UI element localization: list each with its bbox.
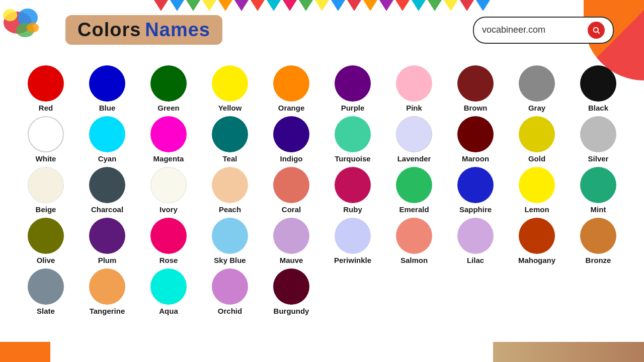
color-item: Beige: [15, 167, 76, 214]
color-circle: [519, 116, 555, 152]
color-circle: [335, 116, 371, 152]
color-circle: [212, 218, 248, 254]
color-item: Ruby: [322, 167, 383, 214]
color-item: Plum: [76, 218, 138, 264]
color-item: Emerald: [383, 167, 445, 214]
color-circle: [457, 116, 494, 152]
search-text: vocabineer.com: [482, 25, 583, 35]
color-name-label: Olive: [37, 256, 55, 264]
color-circle: [150, 116, 187, 152]
color-circle: [212, 65, 248, 102]
color-circle: [89, 218, 125, 254]
color-item: Teal: [199, 116, 261, 163]
color-name-label: Pink: [406, 104, 422, 112]
color-circle: [396, 167, 432, 203]
color-item: Red: [15, 65, 76, 112]
color-circle: [519, 167, 555, 203]
color-name-label: Slate: [37, 307, 55, 315]
color-circle: [28, 167, 64, 203]
color-item: Orange: [261, 65, 322, 112]
color-circle: [396, 218, 432, 254]
color-item: Peach: [199, 167, 261, 214]
color-circle: [519, 65, 555, 102]
color-item: Mauve: [261, 218, 322, 264]
color-name-label: Brown: [464, 104, 488, 112]
color-circle: [89, 65, 125, 102]
color-name-label: Lavender: [397, 154, 431, 163]
color-item: Silver: [568, 116, 629, 163]
color-name-label: Lilac: [467, 256, 484, 264]
color-item: White: [15, 116, 76, 163]
color-circle: [335, 167, 371, 203]
color-item: Gold: [506, 116, 568, 163]
corner-decoration-bottom-left: [0, 342, 50, 362]
color-item: Periwinkle: [322, 218, 383, 264]
color-item: Lemon: [506, 167, 568, 214]
color-item: Mahogany: [506, 218, 568, 264]
color-circle: [150, 167, 187, 203]
color-item: Sky Blue: [199, 218, 261, 264]
title-names: Names: [145, 19, 210, 41]
color-item: Black: [568, 65, 629, 112]
color-name-label: Plum: [98, 256, 117, 264]
search-bar[interactable]: vocabineer.com: [473, 17, 614, 44]
color-name-label: Teal: [223, 154, 237, 163]
color-circle: [273, 268, 309, 305]
color-circle: [28, 65, 64, 102]
color-item: Charcoal: [76, 167, 138, 214]
color-name-label: Mahogany: [518, 256, 555, 264]
color-name-label: Lemon: [524, 205, 549, 214]
color-name-label: Maroon: [462, 154, 489, 163]
header: Colors Names vocabineer.com: [0, 15, 644, 45]
color-name-label: Emerald: [399, 205, 429, 214]
color-circle: [150, 65, 187, 102]
color-circle: [212, 167, 248, 203]
color-name-label: Red: [39, 104, 53, 112]
color-circle: [28, 218, 64, 254]
color-name-label: Burgundy: [274, 307, 309, 315]
color-name-label: Bronze: [586, 256, 611, 264]
color-item: Burgundy: [261, 268, 322, 315]
color-circle: [580, 116, 616, 152]
color-name-label: Coral: [282, 205, 301, 214]
color-circle: [273, 116, 309, 152]
color-circle: [396, 65, 432, 102]
color-name-label: Silver: [588, 154, 609, 163]
color-name-label: Cyan: [98, 154, 117, 163]
color-circle: [28, 116, 64, 152]
color-item: Magenta: [138, 116, 199, 163]
bunting-decoration: [0, 0, 644, 14]
color-name-label: Indigo: [280, 154, 303, 163]
color-item: Lavender: [383, 116, 445, 163]
color-circle: [580, 218, 616, 254]
color-circle: [150, 218, 187, 254]
color-name-label: Blue: [99, 104, 116, 112]
color-name-label: Yellow: [218, 104, 242, 112]
color-name-label: Aqua: [159, 307, 178, 315]
color-name-label: Tangerine: [90, 307, 125, 315]
color-name-label: Orange: [278, 104, 305, 112]
color-item: Ivory: [138, 167, 199, 214]
color-circle: [212, 268, 248, 305]
title-badge: Colors Names: [65, 15, 222, 45]
color-item: Tangerine: [76, 268, 138, 315]
color-name-label: Ivory: [159, 205, 178, 214]
search-button[interactable]: [588, 22, 605, 39]
color-item: Purple: [322, 65, 383, 112]
color-circle: [519, 218, 555, 254]
color-item: Cyan: [76, 116, 138, 163]
color-item: Salmon: [383, 218, 445, 264]
color-item: Coral: [261, 167, 322, 214]
color-circle: [273, 218, 309, 254]
color-circle: [580, 167, 616, 203]
color-name-label: Black: [588, 104, 608, 112]
color-circle: [89, 268, 125, 305]
color-name-label: Peach: [219, 205, 241, 214]
svg-point-5: [594, 27, 598, 32]
color-item: Rose: [138, 218, 199, 264]
color-name-label: Periwinkle: [334, 256, 371, 264]
color-name-label: Purple: [341, 104, 365, 112]
color-circle: [28, 268, 64, 305]
color-circle: [212, 116, 248, 152]
color-circle: [89, 116, 125, 152]
